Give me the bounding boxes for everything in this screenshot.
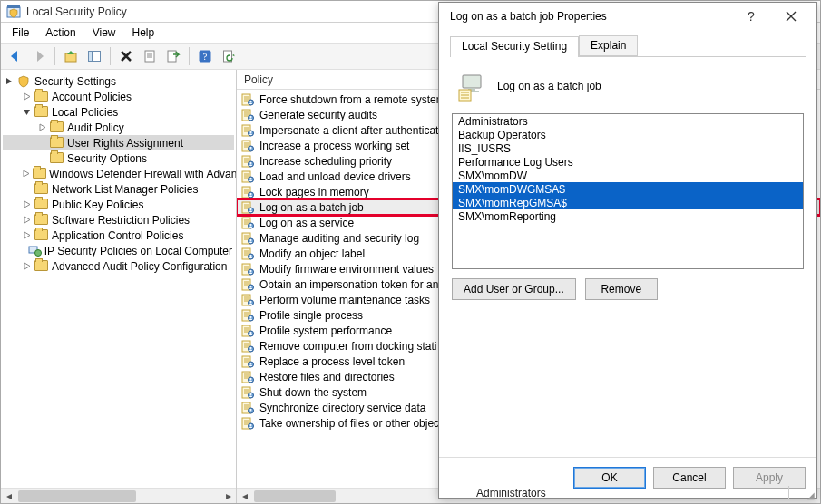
- policy-item-icon: [240, 170, 255, 184]
- menu-file[interactable]: File: [5, 24, 36, 41]
- security-settings-tree[interactable]: Security SettingsAccount PoliciesLocal P…: [1, 70, 236, 488]
- svg-rect-9: [168, 51, 176, 62]
- tree-item[interactable]: IP Security Policies on Local Computer: [3, 243, 234, 258]
- policy-row-label: Increase a process working set: [259, 140, 409, 152]
- expander-icon[interactable]: [22, 107, 32, 117]
- svg-point-44: [250, 162, 252, 164]
- expander-icon[interactable]: [22, 92, 32, 102]
- delete-button[interactable]: [115, 45, 137, 67]
- tree-item[interactable]: Application Control Policies: [3, 228, 234, 243]
- policy-item-icon: [240, 293, 255, 307]
- add-user-or-group-button[interactable]: Add User or Group...: [452, 278, 576, 300]
- policy-row-label: Replace a process level token: [259, 355, 405, 368]
- expander-icon[interactable]: [22, 169, 30, 179]
- svg-point-26: [250, 116, 252, 118]
- folder-icon: [34, 260, 49, 273]
- up-button[interactable]: [60, 45, 82, 67]
- remove-button[interactable]: Remove: [585, 278, 658, 300]
- tree-item[interactable]: Public Key Policies: [3, 197, 234, 212]
- menu-help[interactable]: Help: [125, 24, 162, 41]
- folder-icon: [50, 121, 64, 134]
- tree-item[interactable]: Software Restriction Policies: [3, 212, 234, 228]
- tree-root[interactable]: Security Settings: [3, 73, 234, 89]
- svg-point-110: [250, 332, 252, 334]
- user-list-item[interactable]: SMX\momRepGMSA$: [453, 196, 803, 209]
- svg-point-20: [250, 101, 252, 102]
- expander-icon[interactable]: [37, 122, 47, 132]
- svg-point-122: [250, 363, 252, 364]
- svg-point-86: [250, 270, 252, 272]
- window-title: Local Security Policy: [26, 5, 127, 18]
- policy-row-label: Impersonate a client after authenticati: [259, 124, 441, 137]
- svg-text:?: ?: [203, 51, 208, 62]
- user-list-item[interactable]: SMX\momDW: [453, 169, 803, 182]
- policy-item-icon: [240, 185, 255, 199]
- scroll-right-icon[interactable]: ▸: [220, 489, 236, 504]
- policy-row-label: Log on as a service: [259, 217, 354, 229]
- dialog-tabs: Local Security Setting Explain: [450, 35, 806, 57]
- scroll-left-icon[interactable]: ◂: [1, 489, 16, 504]
- policy-item-icon: [240, 108, 255, 122]
- policy-item-icon: [240, 308, 255, 323]
- expander-icon[interactable]: [22, 215, 32, 225]
- policy-icon: [457, 72, 486, 101]
- tree-item[interactable]: Network List Manager Policies: [3, 181, 234, 197]
- svg-point-146: [250, 424, 252, 426]
- menu-view[interactable]: View: [85, 24, 123, 41]
- tab-explain[interactable]: Explain: [579, 35, 638, 56]
- show-hide-tree-button[interactable]: [83, 45, 105, 67]
- forward-button[interactable]: [28, 45, 50, 67]
- tree-item[interactable]: Security Options: [3, 150, 234, 166]
- status-text: Administrators: [476, 487, 546, 499]
- tree-h-scrollbar[interactable]: ◂ ▸: [1, 488, 236, 503]
- expander-icon[interactable]: [22, 230, 32, 240]
- svg-rect-4: [89, 52, 93, 62]
- policy-row-label: Log on as a batch job: [259, 201, 364, 214]
- policy-row-label: Generate security audits: [259, 109, 377, 121]
- scroll-left-icon[interactable]: ◂: [237, 489, 252, 504]
- expander-icon[interactable]: [5, 76, 15, 86]
- tab-local-security-setting[interactable]: Local Security Setting: [450, 36, 579, 57]
- policy-item-icon: [240, 339, 255, 354]
- help-button[interactable]: ?: [194, 45, 216, 67]
- tree-item[interactable]: Windows Defender Firewall with Advan: [3, 166, 234, 181]
- policy-row-label: Perform volume maintenance tasks: [259, 294, 430, 306]
- expander-icon[interactable]: [22, 261, 32, 271]
- tree-pane: Security SettingsAccount PoliciesLocal P…: [1, 70, 237, 503]
- tree-item[interactable]: User Rights Assignment: [3, 135, 234, 150]
- tree-item-label: Network List Manager Policies: [52, 183, 198, 196]
- svg-point-134: [250, 393, 252, 395]
- tree-item[interactable]: Audit Policy: [3, 120, 234, 135]
- tree-item[interactable]: Advanced Audit Policy Configuration: [3, 258, 234, 274]
- refresh-button[interactable]: [218, 45, 239, 67]
- export-button[interactable]: [162, 45, 184, 67]
- svg-rect-1: [7, 5, 20, 8]
- policy-item-icon: [240, 231, 255, 246]
- user-list-item[interactable]: SMX\momReporting: [453, 209, 803, 223]
- tree-item[interactable]: Local Policies: [3, 104, 234, 120]
- policy-row-label: Lock pages in memory: [259, 186, 369, 199]
- tree-item-label: IP Security Policies on Local Computer: [44, 245, 232, 257]
- back-button[interactable]: [5, 45, 26, 67]
- user-list-item[interactable]: Backup Operators: [453, 128, 803, 141]
- user-list-item[interactable]: SMX\momDWGMSA$: [453, 182, 803, 196]
- policy-item-icon: [240, 139, 255, 153]
- expander-icon[interactable]: [22, 199, 32, 209]
- folder-icon: [34, 106, 49, 119]
- user-list-item[interactable]: Performance Log Users: [453, 155, 803, 169]
- properties-button[interactable]: [139, 45, 161, 67]
- policy-row-label: Obtain an impersonation token for an: [259, 278, 438, 291]
- svg-point-32: [250, 131, 252, 133]
- user-group-list[interactable]: AdministratorsBackup OperatorsIIS_IUSRSP…: [452, 113, 804, 269]
- policy-row-label: Shut down the system: [259, 386, 367, 399]
- status-bar: Administrators ◢: [476, 484, 816, 502]
- user-list-item[interactable]: IIS_IUSRS: [453, 141, 803, 155]
- close-icon[interactable]: [773, 4, 809, 29]
- menu-action[interactable]: Action: [38, 24, 83, 41]
- policy-row-label: Load and unload device drivers: [259, 170, 411, 183]
- dialog-help-button[interactable]: ?: [733, 4, 769, 29]
- tree-item[interactable]: Account Policies: [3, 89, 234, 104]
- policy-item-icon: [240, 154, 255, 169]
- tree-item-label: User Rights Assignment: [67, 137, 183, 150]
- user-list-item[interactable]: Administrators: [453, 114, 803, 128]
